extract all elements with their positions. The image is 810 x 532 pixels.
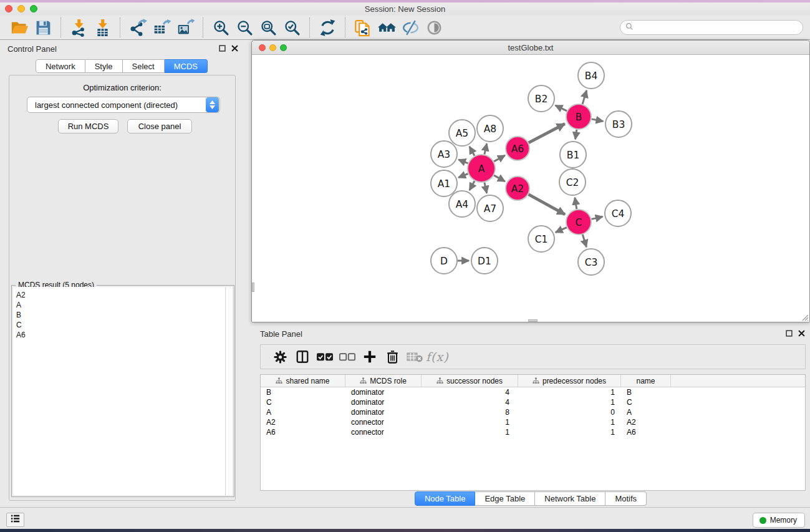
zoom-in-button[interactable] xyxy=(209,17,233,38)
table-cell[interactable]: 1 xyxy=(422,418,518,427)
table-cell[interactable]: A2 xyxy=(621,418,671,427)
import-table-button[interactable] xyxy=(90,17,114,38)
table-row[interactable]: Bdominator41B xyxy=(261,387,805,397)
tab-network[interactable]: Network xyxy=(36,59,85,73)
delete-table-button[interactable] xyxy=(403,347,426,367)
result-item[interactable]: B xyxy=(13,311,225,321)
tab-edge-table[interactable]: Edge Table xyxy=(475,491,535,506)
table-cell[interactable]: connector xyxy=(345,418,422,427)
table-cell[interactable]: 1 xyxy=(422,428,518,437)
canvas-vscroll-thumb[interactable] xyxy=(252,283,254,292)
zoom-fit-button[interactable] xyxy=(256,17,280,38)
table-cell[interactable]: C xyxy=(261,398,345,407)
table-row[interactable]: Adominator80A xyxy=(261,407,805,417)
run-mcds-button[interactable]: Run MCDS xyxy=(58,119,118,133)
show-panels-button[interactable] xyxy=(6,513,24,527)
open-network-file-button[interactable] xyxy=(351,17,375,38)
node-D1[interactable]: D1 xyxy=(471,248,498,274)
tab-node-table[interactable]: Node Table xyxy=(415,491,476,506)
close-panel-icon[interactable] xyxy=(231,45,238,52)
table-row[interactable]: Cdominator41C xyxy=(261,397,805,407)
table-cell[interactable]: dominator xyxy=(345,408,422,417)
edge-A-A8[interactable] xyxy=(485,143,487,154)
export-table-button[interactable] xyxy=(150,17,173,38)
delete-rows-button[interactable] xyxy=(381,347,403,367)
table-cell[interactable]: 4 xyxy=(422,398,518,407)
show-details-button[interactable] xyxy=(422,17,446,38)
close-table-panel-icon[interactable] xyxy=(798,330,805,337)
table-cell[interactable]: C xyxy=(621,398,671,407)
resize-grip[interactable] xyxy=(800,312,809,321)
table-cell[interactable]: dominator xyxy=(345,398,422,407)
save-session-button[interactable] xyxy=(31,17,55,38)
table-cell[interactable]: 4 xyxy=(422,388,518,397)
node-B4[interactable]: B4 xyxy=(578,62,604,89)
column-header-name[interactable]: name xyxy=(621,375,671,387)
tab-style[interactable]: Style xyxy=(85,59,123,73)
edge-A-A1[interactable] xyxy=(458,174,468,178)
table-cell[interactable]: A2 xyxy=(261,418,345,427)
node-B[interactable]: B xyxy=(566,104,591,129)
hide-details-button[interactable] xyxy=(398,17,422,38)
edge-B-B2[interactable] xyxy=(556,105,567,111)
edge-C-C4[interactable] xyxy=(592,216,603,219)
column-header-shared-name[interactable]: shared name xyxy=(261,375,345,387)
node-A1[interactable]: A1 xyxy=(431,170,457,196)
node-C3[interactable]: C3 xyxy=(578,249,604,275)
canvas-hscroll-thumb[interactable] xyxy=(528,319,538,322)
table-cell[interactable]: B xyxy=(621,388,671,397)
table-settings-button[interactable] xyxy=(269,347,291,367)
tab-select[interactable]: Select xyxy=(123,59,165,73)
open-session-button[interactable] xyxy=(7,17,31,38)
node-B1[interactable]: B1 xyxy=(560,142,586,168)
node-C4[interactable]: C4 xyxy=(605,200,631,226)
result-scrollbar[interactable] xyxy=(225,287,233,495)
zoom-out-button[interactable] xyxy=(233,17,256,38)
result-item[interactable]: A6 xyxy=(13,331,225,341)
show-columns-button[interactable] xyxy=(291,347,314,367)
table-row[interactable]: A6connector11A6 xyxy=(261,427,805,437)
table-cell[interactable]: A xyxy=(621,408,671,417)
table-cell[interactable]: 1 xyxy=(518,388,621,397)
table-cell[interactable]: connector xyxy=(345,428,422,437)
node-C2[interactable]: C2 xyxy=(559,169,586,195)
edge-C-C3[interactable] xyxy=(582,235,586,247)
criterion-dropdown[interactable]: largest connected component (directed) xyxy=(27,97,220,113)
search-input[interactable] xyxy=(634,21,803,34)
table-row[interactable]: A2connector11A2 xyxy=(261,417,805,427)
node-D[interactable]: D xyxy=(431,248,457,274)
edge-A-A2[interactable] xyxy=(494,175,505,181)
table-cell[interactable]: 8 xyxy=(422,408,518,417)
edge-A6-B[interactable] xyxy=(529,124,565,143)
tab-network-table[interactable]: Network Table xyxy=(535,491,605,506)
edge-B-B4[interactable] xyxy=(582,90,587,104)
node-A4[interactable]: A4 xyxy=(449,191,475,217)
table-cell[interactable]: 1 xyxy=(518,428,621,437)
table-cell[interactable]: A6 xyxy=(621,428,671,437)
table-cell[interactable]: 0 xyxy=(518,408,621,417)
add-row-button[interactable] xyxy=(359,347,381,367)
close-panel-button[interactable]: Close panel xyxy=(127,119,192,133)
edge-A-A3[interactable] xyxy=(458,160,468,163)
node-A7[interactable]: A7 xyxy=(477,195,503,221)
refresh-button[interactable] xyxy=(316,17,339,38)
result-item[interactable]: A2 xyxy=(13,287,225,301)
import-network-button[interactable] xyxy=(67,17,90,38)
memory-button[interactable]: Memory xyxy=(753,513,805,528)
edge-B-B1[interactable] xyxy=(576,130,577,140)
result-item[interactable]: C xyxy=(13,321,225,331)
edge-A-A5[interactable] xyxy=(470,147,475,156)
edge-C-C1[interactable] xyxy=(556,228,567,233)
node-A2[interactable]: A2 xyxy=(506,177,529,200)
edge-A-A6[interactable] xyxy=(494,155,505,162)
node-B2[interactable]: B2 xyxy=(528,85,554,112)
export-network-button[interactable] xyxy=(126,17,150,38)
network-window-titlebar[interactable]: testGlobe.txt xyxy=(252,41,809,55)
edge-C-C2[interactable] xyxy=(575,198,577,210)
network-canvas[interactable]: B4B2BB3A8A5A6A3B1AA1C2A2A4A7C4CC1C3DD1 xyxy=(252,56,809,322)
edge-A-A7[interactable] xyxy=(485,183,487,193)
table-cell[interactable]: dominator xyxy=(345,388,422,397)
node-A8[interactable]: A8 xyxy=(477,115,503,142)
result-item[interactable]: A xyxy=(13,301,225,311)
table-cell[interactable]: A xyxy=(261,408,345,417)
